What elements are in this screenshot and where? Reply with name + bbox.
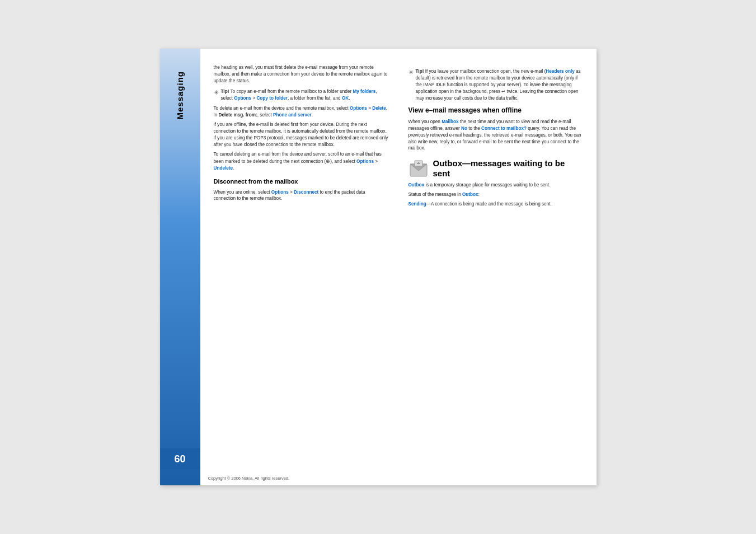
ok-link[interactable]: OK — [342, 96, 349, 101]
outbox-svg-icon — [408, 158, 429, 179]
delete-link[interactable]: Delete — [372, 106, 386, 111]
content-area: the heading as well, you must first dele… — [200, 49, 597, 485]
mailbox-link[interactable]: Mailbox — [442, 119, 458, 124]
outbox-link1[interactable]: Outbox — [408, 182, 425, 188]
outbox-desc-para: Outbox is a temporary storage place for … — [408, 182, 583, 189]
no-link[interactable]: No — [461, 126, 467, 131]
options-copy-link[interactable]: Options — [234, 96, 251, 101]
tip-box-open: ✳ Tip! If you leave your mailbox connect… — [408, 68, 583, 101]
two-columns: the heading as well, you must first dele… — [200, 64, 597, 471]
disconnect-link[interactable]: Disconnect — [294, 190, 318, 195]
cancel-para: To cancel deleting an e-mail from the de… — [214, 151, 388, 172]
left-sidebar: Messaging 60 — [160, 49, 200, 485]
right-col: ✳ Tip! If you leave your mailbox connect… — [398, 64, 591, 471]
sidebar-label: Messaging — [175, 71, 185, 120]
page-number-box: 60 — [160, 448, 200, 470]
page-number: 60 — [174, 453, 185, 465]
outbox-title-container: Outbox—messages waiting to be sent — [433, 158, 583, 179]
delete-msg-label: Delete msg. from: — [219, 113, 257, 118]
options-undelete-link[interactable]: Options — [356, 159, 374, 164]
headers-only-link[interactable]: Headers only — [546, 69, 574, 74]
copy-to-folder-link[interactable]: Copy to folder — [256, 96, 288, 101]
outbox-link2[interactable]: Outbox — [462, 192, 478, 197]
sending-para: Sending—A connection is being made and t… — [408, 201, 583, 208]
intro-para: the heading as well, you must first dele… — [214, 64, 388, 85]
outbox-section: Outbox—messages waiting to be sent — [408, 158, 583, 179]
view-heading: View e–mail messages when offline — [408, 106, 583, 115]
tip-open-content: Tip! If you leave your mailbox connectio… — [416, 68, 583, 101]
connect-mailbox-link[interactable]: Connect to mailbox? — [481, 126, 527, 131]
my-folders-link[interactable]: My folders — [353, 89, 375, 94]
outbox-title: Outbox—messages waiting to be sent — [433, 158, 583, 179]
disconnect-heading: Disconnect from the mailbox — [214, 177, 388, 186]
tip-sun-icon-right: ✳ — [408, 68, 414, 77]
tip-label-right: Tip! — [416, 69, 424, 74]
page-container: Messaging 60 the heading as well, you mu… — [160, 49, 597, 485]
options-delete-link[interactable]: Options — [350, 106, 367, 111]
disconnect-para: When you are online, select Options > Di… — [214, 189, 388, 203]
options-disconnect-link[interactable]: Options — [271, 190, 289, 195]
footer: Copyright © 2006 Nokia. All rights reser… — [200, 471, 597, 485]
view-offline-para: When you open Mailbox the next time and … — [408, 119, 583, 152]
phone-server-link[interactable]: Phone and server — [273, 113, 312, 118]
sending-label: Sending — [408, 202, 426, 207]
status-para: Status of the messages in Outbox: — [408, 191, 583, 198]
copyright-text: Copyright © 2006 Nokia. All rights reser… — [208, 476, 290, 481]
outbox-icon — [408, 158, 429, 179]
tip-label: Tip! — [221, 89, 229, 94]
tip-box-copy: ✳ Tip! To copy an e-mail from the remote… — [214, 88, 388, 102]
undelete-link[interactable]: Undelete — [214, 166, 233, 171]
tip-sun-icon: ✳ — [214, 88, 219, 97]
tip-copy-content: Tip! To copy an e-mail from the remote m… — [221, 88, 388, 102]
offline-para: If you are offline, the e-mail is delete… — [214, 121, 388, 148]
delete-para: To delete an e-mail from the device and … — [214, 105, 388, 119]
left-col: the heading as well, you must first dele… — [206, 64, 398, 471]
